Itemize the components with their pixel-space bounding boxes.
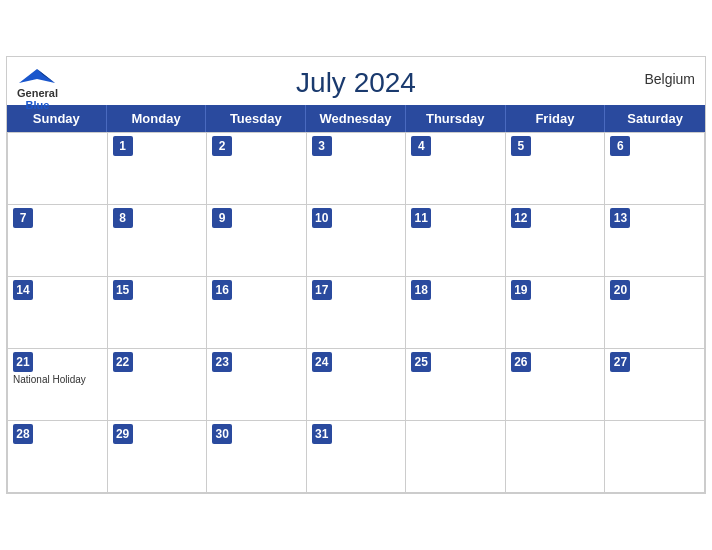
date-number: 28	[13, 424, 33, 444]
calendar-cell: 2	[207, 133, 307, 205]
date-number: 1	[113, 136, 133, 156]
date-number: 16	[212, 280, 232, 300]
calendar-cell: 17	[307, 277, 407, 349]
svg-marker-0	[19, 69, 55, 83]
calendar-cell: 12	[506, 205, 606, 277]
calendar-cell	[406, 421, 506, 493]
date-number: 31	[312, 424, 332, 444]
day-header-monday: Monday	[107, 105, 207, 132]
calendar-cell: 11	[406, 205, 506, 277]
calendar-cell: 4	[406, 133, 506, 205]
date-number: 4	[411, 136, 431, 156]
date-number: 26	[511, 352, 531, 372]
date-number: 27	[610, 352, 630, 372]
day-header-thursday: Thursday	[406, 105, 506, 132]
day-header-saturday: Saturday	[605, 105, 705, 132]
cell-note: National Holiday	[13, 374, 102, 385]
date-number: 29	[113, 424, 133, 444]
date-number: 14	[13, 280, 33, 300]
calendar-grid: 123456789101112131415161718192021Nationa…	[7, 132, 705, 493]
calendar-cell: 13	[605, 205, 705, 277]
date-number: 21	[13, 352, 33, 372]
logo-bird-icon	[19, 65, 55, 87]
day-headers-row: Sunday Monday Tuesday Wednesday Thursday…	[7, 105, 705, 132]
calendar-cell: 27	[605, 349, 705, 421]
date-number: 30	[212, 424, 232, 444]
date-number: 5	[511, 136, 531, 156]
calendar-cell: 21National Holiday	[8, 349, 108, 421]
calendar-cell: 6	[605, 133, 705, 205]
calendar-cell: 24	[307, 349, 407, 421]
date-number: 15	[113, 280, 133, 300]
calendar-cell: 26	[506, 349, 606, 421]
calendar-cell: 22	[108, 349, 208, 421]
date-number: 22	[113, 352, 133, 372]
date-number: 25	[411, 352, 431, 372]
date-number: 24	[312, 352, 332, 372]
calendar-cell: 1	[108, 133, 208, 205]
date-number: 17	[312, 280, 332, 300]
calendar-cell: 30	[207, 421, 307, 493]
calendar-title: July 2024	[23, 67, 689, 99]
calendar-cell: 15	[108, 277, 208, 349]
date-number: 19	[511, 280, 531, 300]
calendar-cell: 14	[8, 277, 108, 349]
day-header-friday: Friday	[506, 105, 606, 132]
date-number: 13	[610, 208, 630, 228]
day-header-wednesday: Wednesday	[306, 105, 406, 132]
calendar-cell: 18	[406, 277, 506, 349]
calendar-cell	[8, 133, 108, 205]
date-number: 20	[610, 280, 630, 300]
logo-blue-text: Blue	[26, 99, 50, 111]
calendar-cell: 29	[108, 421, 208, 493]
calendar-cell: 3	[307, 133, 407, 205]
calendar-cell: 8	[108, 205, 208, 277]
calendar-cell: 25	[406, 349, 506, 421]
date-number: 8	[113, 208, 133, 228]
calendar-container: General Blue July 2024 Belgium Sunday Mo…	[6, 56, 706, 494]
calendar-cell: 23	[207, 349, 307, 421]
date-number: 2	[212, 136, 232, 156]
date-number: 11	[411, 208, 431, 228]
logo-general-text: General	[17, 87, 58, 99]
country-label: Belgium	[644, 71, 695, 87]
date-number: 6	[610, 136, 630, 156]
calendar-cell: 19	[506, 277, 606, 349]
calendar-cell	[506, 421, 606, 493]
calendar-cell: 16	[207, 277, 307, 349]
date-number: 12	[511, 208, 531, 228]
calendar-cell: 20	[605, 277, 705, 349]
calendar-cell: 7	[8, 205, 108, 277]
date-number: 23	[212, 352, 232, 372]
calendar-cell: 5	[506, 133, 606, 205]
date-number: 9	[212, 208, 232, 228]
calendar-cell: 10	[307, 205, 407, 277]
calendar-header: General Blue July 2024 Belgium	[7, 57, 705, 105]
date-number: 10	[312, 208, 332, 228]
calendar-cell: 9	[207, 205, 307, 277]
calendar-cell: 28	[8, 421, 108, 493]
logo-area: General Blue	[17, 65, 58, 111]
calendar-cell: 31	[307, 421, 407, 493]
day-header-tuesday: Tuesday	[206, 105, 306, 132]
calendar-cell	[605, 421, 705, 493]
date-number: 3	[312, 136, 332, 156]
date-number: 7	[13, 208, 33, 228]
date-number: 18	[411, 280, 431, 300]
